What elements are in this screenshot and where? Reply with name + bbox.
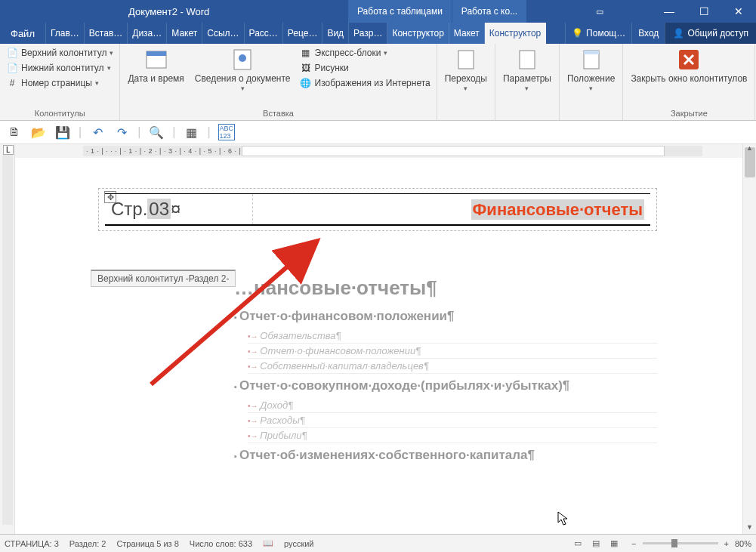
tab-developer[interactable]: Разр… (349, 23, 387, 44)
date-time-button[interactable]: Дата и время (125, 46, 187, 86)
zoom-out-button[interactable]: − (631, 539, 636, 548)
zoom-slider-knob[interactable] (671, 539, 677, 547)
person-icon: 👤 (673, 28, 684, 39)
sign-in[interactable]: Вход (631, 23, 665, 44)
tab-view[interactable]: Вид (322, 23, 349, 44)
tab-review[interactable]: Реце… (283, 23, 323, 44)
maximize-button[interactable]: ☐ (687, 0, 721, 23)
group-insert: Дата и время Сведения о документе ▦Экспр… (120, 44, 437, 120)
vertical-scrollbar[interactable]: ▲ ▼ (742, 144, 756, 534)
calendar-icon (144, 48, 168, 72)
print-preview-button[interactable]: 🔍 (148, 124, 165, 140)
close-header-footer-button[interactable]: Закрыть окно колонтитулов (628, 46, 750, 86)
save-button[interactable]: 💾 (54, 124, 71, 140)
window-title: Документ2 - Word (128, 6, 209, 17)
new-doc-button[interactable]: 🗎 (6, 124, 23, 140)
body-h3-1: Отчет·о·финансовом·положении (234, 309, 657, 324)
position-icon (579, 48, 603, 72)
web-layout-button[interactable]: ▦ (607, 538, 621, 548)
status-page-of[interactable]: Страница 5 из 8 (116, 539, 178, 548)
status-proofing-icon[interactable]: 📖 (263, 538, 273, 548)
scrollbar-thumb[interactable] (745, 147, 755, 177)
quick-parts-button[interactable]: ▦Экспресс-блоки (298, 46, 432, 60)
document-area: L · 1 · | · · · | · 1 · | · 2 · | · 3 · … (0, 144, 756, 534)
document-info-button[interactable]: Сведения о документе (192, 46, 294, 94)
page[interactable]: ✥ Стр.03¤ Финансовые·отчеты Верхний коло… (91, 158, 665, 534)
position-button[interactable]: Положение (564, 46, 618, 94)
ribbon: 📄Верхний колонтитул 📄Нижний колонтитул #… (0, 44, 756, 121)
zoom-level[interactable]: 80% (735, 539, 751, 548)
svg-rect-7 (584, 51, 599, 54)
tab-references[interactable]: Ссыл… (202, 23, 244, 44)
undo-button[interactable]: ↶ (89, 124, 106, 140)
group-label: Вставка (125, 107, 431, 120)
redo-button[interactable]: ↷ (113, 124, 130, 140)
ribbon-display-options[interactable]: ▭ (582, 0, 617, 23)
status-language[interactable]: русский (284, 539, 313, 548)
contextual-tab-headers[interactable]: Работа с ко... (452, 0, 526, 23)
svg-point-3 (239, 54, 246, 62)
scroll-down-icon[interactable]: ▼ (746, 523, 753, 531)
svg-rect-4 (458, 51, 474, 69)
vertical-ruler[interactable] (2, 155, 13, 525)
page-number-button[interactable]: #Номер страницы (5, 76, 115, 90)
body-h3-3: Отчет·об·изменениях·собственного·капитал… (234, 448, 657, 463)
share-button[interactable]: 👤 Общий доступ (665, 23, 756, 44)
group-label (564, 116, 618, 120)
zoom-slider[interactable] (643, 542, 718, 544)
tab-design[interactable]: Диза… (128, 23, 167, 44)
tab-selector[interactable]: L (3, 145, 14, 155)
header-cell-left[interactable]: Стр.03¤ (105, 194, 253, 224)
close-button[interactable]: ✕ (721, 0, 756, 23)
status-word-count[interactable]: Число слов: 633 (190, 539, 252, 548)
header-edit-area[interactable]: Стр.03¤ Финансовые·отчеты (98, 188, 657, 231)
goto-button[interactable]: Переходы (442, 46, 490, 94)
options-button[interactable]: Параметры (500, 46, 554, 94)
window-controls: — ☐ ✕ (652, 0, 756, 23)
word-count-button[interactable]: ABC123 (218, 124, 235, 140)
minimize-button[interactable]: — (652, 0, 687, 23)
tab-file[interactable]: Файл (0, 23, 46, 44)
group-label (500, 116, 554, 120)
document-scroll[interactable]: ✥ Стр.03¤ Финансовые·отчеты Верхний коло… (15, 158, 742, 534)
vertical-ruler-area: L (0, 144, 15, 534)
print-layout-button[interactable]: ▤ (589, 538, 603, 548)
header-button[interactable]: 📄Верхний колонтитул (5, 46, 115, 60)
tab-layout[interactable]: Макет (167, 23, 202, 44)
read-mode-button[interactable]: ▭ (571, 538, 585, 548)
close-x-icon (677, 48, 701, 72)
footer-button[interactable]: 📄Нижний колонтитул (5, 61, 115, 75)
tell-me[interactable]: 💡 Помощ… (565, 23, 631, 44)
tab-mailings[interactable]: Расс… (245, 23, 283, 44)
group-position: Положение (560, 44, 623, 120)
zoom-control: − + 80% (631, 539, 751, 548)
horizontal-ruler-active (242, 146, 665, 156)
zoom-in-button[interactable]: + (724, 539, 729, 548)
body-item: Отчет·о·финансовом·положении (248, 344, 657, 359)
group-options: Параметры (495, 44, 560, 120)
insert-table-button[interactable]: ▦ (183, 124, 199, 140)
pictures-button[interactable]: 🖼Рисунки (298, 61, 432, 75)
scroll-up-icon[interactable]: ▲ (746, 144, 753, 152)
open-button[interactable]: 📂 (30, 124, 47, 140)
online-pictures-button[interactable]: 🌐Изображения из Интернета (298, 76, 432, 90)
tab-home[interactable]: Глав… (46, 23, 85, 44)
tab-table-layout[interactable]: Макет (449, 23, 485, 44)
contextual-tab-tables[interactable]: Работа с таблицами (347, 0, 452, 23)
header-title-text: Финансовые·отчеты (471, 199, 644, 220)
tab-insert[interactable]: Встав… (85, 23, 128, 44)
tab-header-footer-design[interactable]: Конструктор (485, 23, 546, 44)
header-cell-right[interactable]: Финансовые·отчеты (253, 194, 650, 224)
document-body-dimmed: …нансовые·отчеты Отчет·о·финансовом·поло… (234, 276, 657, 463)
tab-table-design[interactable]: Конструктор (387, 23, 449, 44)
bulb-icon: 💡 (572, 28, 583, 39)
group-label: Закрытие (628, 107, 750, 120)
status-page[interactable]: СТРАНИЦА: 3 (5, 539, 59, 548)
body-item: Собственный·капитал·владельцев (248, 359, 657, 374)
pagenum-icon: # (6, 77, 18, 89)
picture-icon: 🖼 (300, 62, 312, 74)
svg-rect-1 (147, 51, 166, 56)
status-section[interactable]: Раздел: 2 (69, 539, 106, 548)
header-table[interactable]: Стр.03¤ Финансовые·отчеты (105, 193, 650, 226)
online-picture-icon: 🌐 (300, 77, 312, 89)
